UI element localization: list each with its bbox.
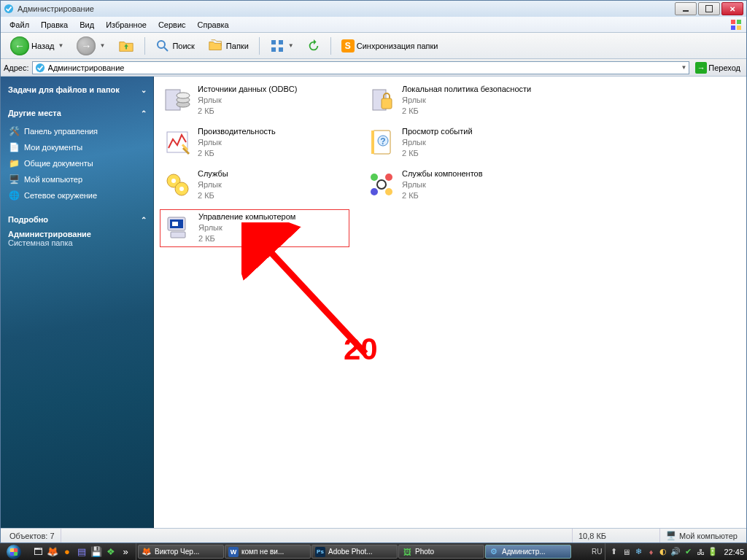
file-item[interactable]: СлужбыЯрлык2 КБ [160,167,349,205]
chevron-down-icon: ▼ [288,42,294,49]
ql-firefox-icon[interactable]: 🦊 [47,546,58,558]
file-item[interactable]: Источники данных (ODBC)Ярлык2 КБ [160,82,349,120]
ql-mediaplayer-icon[interactable]: ● [61,546,73,558]
search-button[interactable]: Поиск [150,36,199,56]
file-icon [161,126,193,158]
svg-rect-17 [382,98,392,109]
svg-rect-21 [371,131,374,154]
windows-flag-icon[interactable] [729,18,743,31]
tray-icon[interactable]: ◐ [658,547,668,557]
taskbar-task[interactable]: 🦊Виктор Чер... [138,545,224,559]
start-button[interactable] [0,543,28,560]
window-title: Администрирование [18,4,675,13]
file-item[interactable]: ПроизводительностьЯрлык2 КБ [160,125,349,163]
svg-rect-3 [731,26,735,30]
menu-tools[interactable]: Сервис [152,19,192,31]
address-input-wrapper[interactable]: ▼ [32,61,690,74]
sidebar-item-control-panel[interactable]: 🛠️ Панель управления [7,123,148,139]
sync-button[interactable]: S Синхронизация папки [336,36,444,55]
sidebar-panel-file-tasks: Задачи для файлов и папок ⌄ [7,82,148,97]
svg-rect-9 [271,47,276,52]
ql-more-icon[interactable]: » [120,546,131,558]
tray-icon[interactable]: ⬆ [608,547,619,557]
sidebar-item-my-documents[interactable]: 📄 Мои документы [7,139,148,155]
taskbar-task[interactable]: ⚙Администр... [485,545,571,559]
file-name: Производительность [198,126,276,137]
search-label: Поиск [172,42,194,50]
ql-qip-icon[interactable]: ❖ [105,546,117,558]
file-item[interactable]: Локальная политика безопасностиЯрлык2 КБ [364,82,554,120]
file-item[interactable]: Управление компьютеромЯрлык2 КБ [160,209,349,247]
maximize-button[interactable] [698,2,720,15]
chevron-down-icon: ▼ [58,42,64,49]
tray-icon[interactable]: ✔ [683,547,693,557]
svg-point-11 [35,63,44,71]
file-item[interactable]: Службы компонентовЯрлык2 КБ [364,167,554,205]
view-mode-button[interactable]: ▼ [265,36,299,56]
go-label: Переход [708,63,740,72]
file-info: СлужбыЯрлык2 КБ [198,168,228,201]
language-indicator[interactable]: RU [589,548,605,556]
ql-show-desktop-icon[interactable]: 🗔 [32,546,44,558]
chevron-up-icon: ⌃ [141,109,147,117]
sidebar-details-body: Администрирование Системная папка [7,227,148,250]
sidebar-item-network[interactable]: 🌐 Сетевое окружение [7,187,148,203]
status-size: 10,8 КБ [573,529,660,542]
address-dropdown-icon[interactable]: ▼ [681,64,686,71]
sidebar-list: 🛠️ Панель управления 📄 Мои документы 📁 О… [7,123,148,203]
file-type: Ярлык [198,137,276,148]
svg-rect-7 [271,40,276,44]
file-list-area[interactable]: Источники данных (ODBC)Ярлык2 КБЛокальна… [154,77,746,528]
file-icon [161,84,193,116]
sidebar-title: Подробно [8,215,48,224]
tray-network-icon[interactable]: 🖧 [695,547,705,557]
statusbar: Объектов: 7 10,8 КБ 🖥️ Мой компьютер [1,528,746,542]
status-objects: Объектов: 7 [4,529,61,542]
address-label: Адрес: [4,63,29,72]
sidebar-header-details[interactable]: Подробно ⌃ [7,212,148,227]
refresh-button[interactable] [302,36,325,55]
tray-volume-icon[interactable]: 🔊 [670,547,681,557]
folders-button[interactable]: Папки [203,35,254,57]
nav-back-button[interactable]: ← Назад ▼ [5,34,69,58]
file-item[interactable]: ?Просмотр событийЯрлык2 КБ [364,125,554,163]
tray-battery-icon[interactable]: 🔋 [708,547,718,557]
menu-view[interactable]: Вид [74,19,100,31]
menu-favorites[interactable]: Избранное [100,19,152,31]
ql-save-icon[interactable]: 💾 [90,546,102,558]
menubar: Файл Правка Вид Избранное Сервис Справка [1,17,746,33]
minimize-button[interactable] [675,2,697,15]
file-name: Службы [198,168,228,179]
svg-rect-10 [279,47,283,52]
sidebar-header-file-tasks[interactable]: Задачи для файлов и папок ⌄ [7,82,148,97]
back-label: Назад [31,42,55,50]
task-icon: 🦊 [142,547,152,557]
tray-icon[interactable]: ❄ [633,547,643,557]
menu-file[interactable]: Файл [4,19,35,31]
taskbar-clock[interactable]: 22:45 [721,548,747,556]
sync-label: Синхронизация папки [357,42,438,50]
taskbar: 🗔 🦊 ● ▤ 💾 ❖ » 🦊Виктор Чер...Wкомп не ви.… [0,543,747,560]
sync-icon: S [341,39,355,52]
titlebar[interactable]: Администрирование [1,1,746,17]
sidebar-header-other-places[interactable]: Другие места ⌃ [7,106,148,120]
ql-totalcmd-icon[interactable]: ▤ [76,546,88,558]
titlebar-icon [4,4,14,14]
close-button[interactable] [721,2,743,15]
menu-edit[interactable]: Правка [35,19,74,31]
sidebar-item-my-computer[interactable]: 🖥️ Мой компьютер [7,171,148,187]
taskbar-task[interactable]: Wкомп не ви... [225,545,311,559]
tray-icon[interactable]: ♦ [646,547,656,557]
explorer-window: Администрирование Файл Правка Вид Избран… [0,0,747,543]
address-input[interactable] [48,63,677,72]
taskbar-task[interactable]: 🖼Photo [398,545,484,559]
file-icon [161,168,193,201]
go-button[interactable]: → Переход [692,61,743,74]
sidebar-item-shared-documents[interactable]: 📁 Общие документы [7,155,148,171]
nav-up-button[interactable] [113,35,139,57]
taskbar-task[interactable]: PsAdobe Phot... [311,545,398,559]
tray-icon[interactable]: 🖥 [621,547,631,557]
menu-help[interactable]: Справка [192,19,235,31]
nav-forward-button[interactable]: → ▼ [71,34,110,58]
sidebar-panel-other-places: Другие места ⌃ 🛠️ Панель управления 📄 Мо… [7,106,148,203]
